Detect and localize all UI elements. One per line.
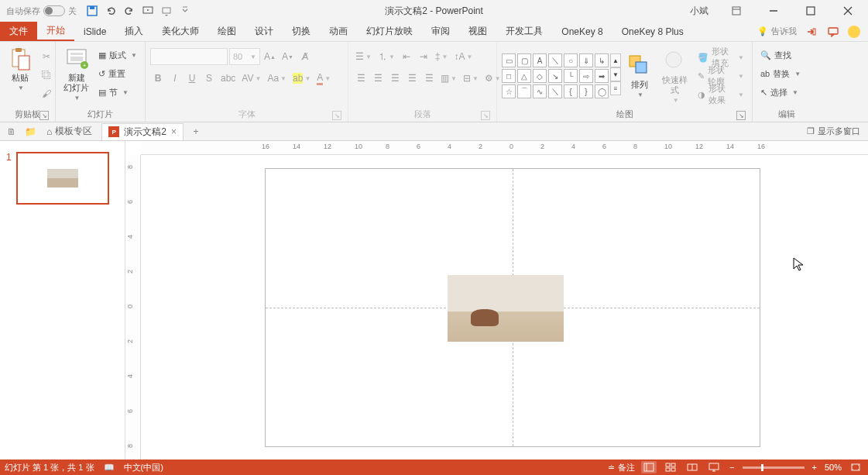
minimize-button[interactable] bbox=[758, 0, 789, 22]
shape-diamond-icon[interactable]: ◇ bbox=[533, 69, 547, 83]
tab-onekey8plus[interactable]: OneKey 8 Plus bbox=[612, 22, 693, 41]
highlight-button[interactable]: ab▼ bbox=[290, 70, 313, 87]
shape-arrowdown-icon[interactable]: ⇓ bbox=[579, 53, 593, 67]
arrange-button[interactable]: 排列▼ bbox=[624, 52, 655, 100]
slide-counter[interactable]: 幻灯片 第 1 张，共 1 张 bbox=[5, 462, 94, 473]
shape-lineend-icon[interactable]: ↳ bbox=[595, 53, 609, 67]
increase-font-icon[interactable]: A▲ bbox=[262, 48, 278, 65]
fit-window-icon[interactable] bbox=[848, 461, 863, 473]
line-spacing-button[interactable]: ‡▼ bbox=[433, 48, 451, 65]
justify-button[interactable]: ☰ bbox=[404, 70, 420, 87]
tab-home[interactable]: 开始 bbox=[37, 22, 74, 41]
font-color-button[interactable]: A▼ bbox=[314, 70, 333, 87]
tab-insert[interactable]: 插入 bbox=[115, 22, 153, 41]
shape-brace2-icon[interactable]: } bbox=[579, 84, 593, 98]
reading-view-icon[interactable] bbox=[684, 461, 700, 473]
increase-indent-button[interactable]: ⇥ bbox=[416, 48, 431, 65]
tab-close-icon[interactable]: × bbox=[171, 126, 177, 137]
zoom-out-button[interactable]: − bbox=[728, 463, 736, 472]
slide-edit-area[interactable]: 1614121086420246810121416 864202468 bbox=[125, 141, 868, 460]
layout-button[interactable]: ▦版式▼ bbox=[95, 46, 140, 64]
user-name[interactable]: 小斌 bbox=[690, 5, 708, 18]
ribbon-display-options-icon[interactable] bbox=[721, 0, 752, 22]
autosave-toggle-group[interactable]: 自动保存 关 bbox=[6, 5, 77, 17]
shape-rect-icon[interactable]: ▭ bbox=[502, 53, 516, 67]
tab-review[interactable]: 审阅 bbox=[422, 22, 459, 41]
shapes-gallery[interactable]: ▭ ▢ A ＼ ○ ⇓ ↳ □ △ ◇ ↘ └ ⇨ ➡ ☆ ⌒ ∿ bbox=[502, 53, 609, 98]
font-size-combo[interactable]: 80▼ bbox=[229, 48, 260, 65]
notes-button[interactable]: ≐备注 bbox=[608, 462, 635, 473]
qat-more-icon[interactable] bbox=[160, 5, 173, 17]
shape-fill-button[interactable]: 🪣形状填充▼ bbox=[695, 49, 747, 66]
smartart-button[interactable]: ⚙▼ bbox=[482, 70, 503, 87]
clear-formatting-icon[interactable]: A̸ bbox=[297, 48, 313, 65]
underline-button[interactable]: U bbox=[184, 70, 200, 87]
align-center-button[interactable]: ☰ bbox=[370, 70, 386, 87]
tab-islide[interactable]: iSlide bbox=[74, 22, 115, 41]
shape-effects-button[interactable]: ◑形状效果▼ bbox=[695, 86, 747, 103]
font-family-combo[interactable] bbox=[150, 48, 228, 65]
qat-customize-icon[interactable] bbox=[179, 5, 191, 17]
tab-transition[interactable]: 切换 bbox=[283, 22, 320, 41]
tab-beautify[interactable]: 美化大师 bbox=[153, 22, 208, 41]
inserted-image[interactable] bbox=[448, 275, 564, 342]
section-button[interactable]: ▤节▼ bbox=[95, 84, 140, 101]
align-text-button[interactable]: ⊟▼ bbox=[461, 70, 481, 87]
vertical-ruler[interactable]: 864202468 bbox=[125, 155, 141, 460]
align-right-button[interactable]: ☰ bbox=[387, 70, 403, 87]
folder-icon[interactable]: 📁 bbox=[23, 125, 37, 139]
italic-button[interactable]: I bbox=[167, 70, 183, 87]
tab-draw[interactable]: 绘图 bbox=[208, 22, 245, 41]
decrease-indent-button[interactable]: ⇤ bbox=[399, 48, 414, 65]
horizontal-ruler[interactable]: 1614121086420246810121416 bbox=[141, 141, 868, 155]
distribute-button[interactable]: ☰ bbox=[421, 70, 437, 87]
tab-animation[interactable]: 动画 bbox=[320, 22, 357, 41]
shape-connector-icon[interactable]: ↘ bbox=[548, 69, 562, 83]
shape-arc-icon[interactable]: ⌒ bbox=[517, 84, 531, 98]
shape-line-icon[interactable]: ＼ bbox=[548, 53, 562, 67]
replace-button[interactable]: ab替换▼ bbox=[757, 65, 804, 82]
gallery-down-icon[interactable]: ▼ bbox=[610, 67, 621, 81]
tab-slideshow[interactable]: 幻灯片放映 bbox=[357, 22, 422, 41]
reset-button[interactable]: ↺重置 bbox=[95, 65, 140, 82]
quick-styles-button[interactable]: 快速样式▼ bbox=[658, 47, 691, 105]
gallery-more-icon[interactable]: ≡ bbox=[610, 81, 621, 95]
redo-icon[interactable] bbox=[123, 5, 136, 17]
new-tab-button[interactable]: + bbox=[188, 124, 204, 139]
share-icon[interactable] bbox=[805, 25, 818, 39]
shape-elbow-icon[interactable]: └ bbox=[564, 69, 578, 83]
document-tab-active[interactable]: P 演示文稿2 × bbox=[101, 123, 184, 140]
columns-button[interactable]: ▥▼ bbox=[438, 70, 459, 87]
smiley-icon[interactable] bbox=[848, 26, 860, 38]
strikethrough-button[interactable]: S bbox=[201, 70, 217, 87]
sorter-view-icon[interactable] bbox=[663, 461, 678, 473]
close-button[interactable] bbox=[832, 0, 863, 22]
tab-onekey8[interactable]: OneKey 8 bbox=[552, 22, 612, 41]
text-direction-button[interactable]: ↕A▼ bbox=[451, 48, 475, 65]
slide-thumbnail-1[interactable] bbox=[16, 152, 109, 205]
gallery-up-icon[interactable]: ▲ bbox=[610, 53, 621, 67]
align-left-button[interactable]: ☰ bbox=[353, 70, 369, 87]
decrease-font-icon[interactable]: A▼ bbox=[280, 48, 296, 65]
select-button[interactable]: ↖选择▼ bbox=[757, 84, 804, 101]
slide-canvas[interactable] bbox=[265, 168, 760, 447]
shape-blockarrow-icon[interactable]: ➡ bbox=[595, 69, 609, 83]
font-launcher[interactable]: ↘ bbox=[332, 111, 341, 120]
shape-brace-icon[interactable]: { bbox=[564, 84, 578, 98]
shape-oval-icon[interactable]: ○ bbox=[564, 53, 578, 67]
cut-icon[interactable]: ✂ bbox=[39, 48, 54, 65]
shape-star-icon[interactable]: ☆ bbox=[502, 84, 516, 98]
language-button[interactable]: 中文(中国) bbox=[124, 462, 163, 473]
slideshow-view-icon[interactable] bbox=[706, 461, 722, 473]
find-button[interactable]: 🔍查找 bbox=[757, 46, 804, 64]
paragraph-launcher[interactable]: ↘ bbox=[481, 111, 490, 120]
zoom-level[interactable]: 50% bbox=[825, 463, 842, 472]
numbering-button[interactable]: ⒈▼ bbox=[376, 48, 397, 65]
zoom-in-button[interactable]: + bbox=[811, 463, 818, 472]
undo-icon[interactable] bbox=[105, 5, 117, 17]
shape-arrow-icon[interactable]: ⇨ bbox=[579, 69, 593, 83]
shape-curve-icon[interactable]: ∿ bbox=[533, 84, 547, 98]
copy-icon[interactable]: ⿻ bbox=[39, 67, 54, 84]
char-spacing-button[interactable]: AV▼ bbox=[239, 70, 263, 87]
shadow-button[interactable]: abc bbox=[218, 70, 238, 87]
